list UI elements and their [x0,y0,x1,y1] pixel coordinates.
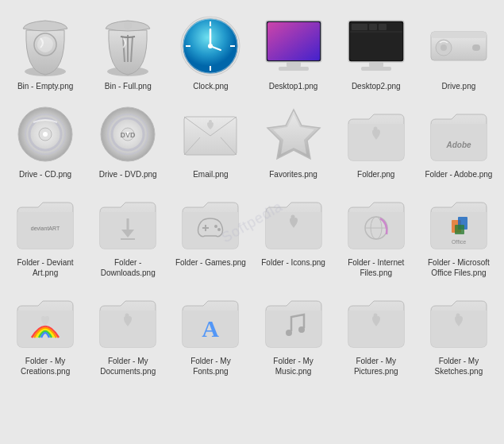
icon-label-folder-deviantart: Folder - Deviant Art.png [10,257,81,278]
icon-folder-mymusic[interactable]: Folder - My Music.png [252,283,334,381]
icon-img-folder [344,102,408,166]
icon-folder-icons[interactable]: Folder - Icons.png [252,184,334,283]
svg-text:deviantART: deviantART [31,226,60,231]
icon-label-desktop2: Desktop2.png [352,81,401,91]
icon-img-folder-icons [262,191,325,254]
icon-label-email: Email.png [193,169,228,180]
svg-point-58 [217,228,221,231]
svg-rect-20 [287,62,301,67]
icon-folder-deviantart[interactable]: deviantART Folder - Deviant Art.png [4,184,87,283]
icon-img-folder-adobe: Adobe [427,102,491,166]
svg-point-37 [43,132,48,137]
icon-folder-mycreations[interactable]: Folder - My Creations.png [4,283,87,381]
icon-img-desktop2 [344,14,408,78]
icon-drive[interactable]: Drive.png [417,8,500,96]
svg-rect-27 [379,24,387,30]
svg-rect-31 [431,32,487,38]
icon-label-folder-mycreations: Folder - My Creations.png [10,356,81,376]
icon-label-drive: Drive.png [442,81,476,91]
svg-rect-28 [369,62,383,67]
svg-text:A: A [202,315,220,342]
icon-drive-cd[interactable]: Drive - CD.png [4,96,87,184]
svg-point-70 [298,326,305,333]
svg-point-71 [373,314,377,318]
svg-text:DVD: DVD [121,131,137,139]
icon-folder-downloads[interactable]: Folder - Downloads.png [87,184,169,283]
icon-desktop2[interactable]: Desktop2.png [335,8,417,96]
icon-label-drive-dvd: Drive - DVD.png [99,169,157,180]
icon-img-folder-games [179,191,242,254]
icon-img-folder-mymusic [262,289,325,353]
svg-point-50 [373,127,377,131]
icon-img-folder-myfonts: A [179,289,242,353]
icon-label-desktop1: Desktop1.png [269,81,318,91]
icon-img-drive-cd [13,102,77,166]
icon-label-folder-adobe: Folder - Adobe.png [425,169,492,180]
icon-clock[interactable]: Clock.png [169,8,252,96]
svg-point-15 [208,44,213,48]
icon-label-folder-mymusic: Folder - My Music.png [258,356,329,376]
icon-img-folder-mydocuments [96,289,160,353]
svg-point-67 [125,314,129,318]
icon-bin-full[interactable]: Bin - Full.png [87,8,169,96]
icon-img-clock [179,14,242,78]
icon-drive-dvd[interactable]: DVD Drive - DVD.png [87,96,169,184]
icon-label-folder-mypictures: Folder - My Pictures.png [340,356,412,376]
icon-bin-empty[interactable]: Bin - Empty.png [4,8,87,96]
icon-label-folder-internet: Folder - Internet Files.png [340,257,412,278]
icon-img-bin-empty [13,14,77,78]
svg-point-72 [456,314,460,318]
svg-rect-26 [369,24,377,30]
icon-folder-games[interactable]: Folder - Games.png [169,184,252,283]
svg-text:Adobe: Adobe [445,141,471,149]
icon-img-drive-dvd: DVD [96,102,160,166]
icon-folder-myfonts[interactable]: A Folder - My Fonts.png [169,283,252,381]
svg-rect-32 [472,44,480,51]
icon-label-bin-full: Bin - Full.png [105,81,152,91]
icon-folder-mydocuments[interactable]: Folder - My Documents.png [87,283,169,381]
svg-point-47 [209,120,212,123]
icon-label-drive-cd: Drive - CD.png [19,169,71,180]
icon-img-email [179,102,242,166]
icon-img-folder-deviantart: deviantART [13,191,77,254]
icon-img-folder-downloads [96,191,160,254]
icon-img-folder-mysketches [427,289,491,353]
svg-rect-19 [267,22,320,60]
icon-label-favorites: Favorites.png [269,169,317,180]
icon-grid: Bin - Empty.png Bin - Full.png [0,0,504,389]
icon-folder-office[interactable]: Office Folder - Microsoft Office Files.p… [417,184,500,283]
svg-text:Office: Office [452,239,466,245]
icon-label-folder-downloads: Folder - Downloads.png [92,257,164,278]
svg-rect-29 [361,67,391,71]
icon-label-folder-games: Folder - Games.png [175,257,246,268]
svg-point-59 [290,215,294,219]
svg-rect-25 [352,24,367,30]
icon-img-folder-mycreations [13,289,77,353]
icon-folder[interactable]: Folder.png [335,96,417,184]
icon-img-bin-full [96,14,160,78]
icon-folder-internet[interactable]: Folder - Internet Files.png [335,184,417,283]
icon-img-folder-mypictures [344,289,408,353]
icon-label-folder: Folder.png [357,169,394,180]
icon-label-folder-myfonts: Folder - My Fonts.png [175,356,246,376]
icon-label-bin-empty: Bin - Empty.png [17,81,73,91]
svg-point-34 [441,44,447,51]
svg-rect-21 [279,67,309,71]
icon-folder-mysketches[interactable]: Folder - My Sketches.png [417,283,500,381]
icon-img-favorites [262,102,325,166]
icon-folder-mypictures[interactable]: Folder - My Pictures.png [335,283,417,381]
icon-label-clock: Clock.png [193,81,228,91]
icon-email[interactable]: Email.png [169,96,252,184]
icon-img-folder-internet [344,191,408,254]
icon-favorites[interactable]: Favorites.png [252,96,334,184]
svg-point-69 [286,330,292,336]
svg-point-6 [124,21,132,29]
icon-img-desktop1 [262,14,325,78]
svg-point-57 [214,225,217,228]
icon-label-folder-mydocuments: Folder - My Documents.png [92,356,164,376]
icon-label-folder-mysketches: Folder - My Sketches.png [423,356,494,376]
icon-desktop1[interactable]: Desktop1.png [252,8,334,96]
icon-img-folder-office: Office [427,191,491,254]
icon-folder-adobe[interactable]: Adobe Folder - Adobe.png [417,96,500,184]
icon-label-folder-office: Folder - Microsoft Office Files.png [423,257,494,278]
